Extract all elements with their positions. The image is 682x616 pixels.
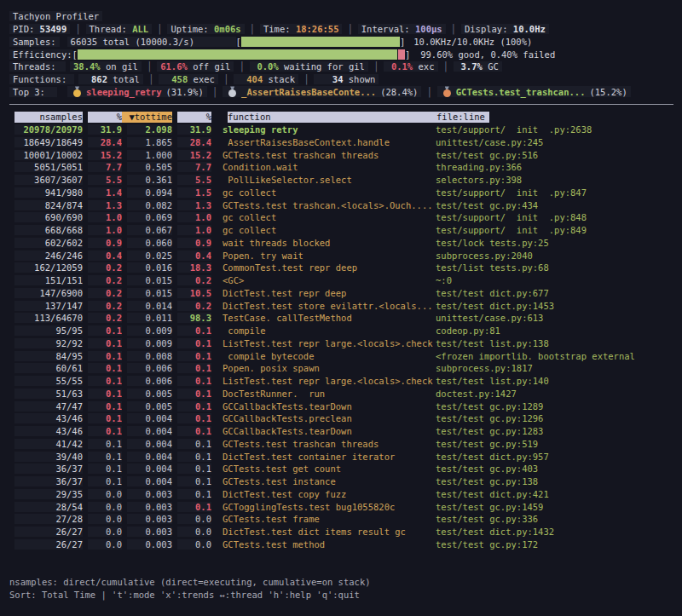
table-row[interactable]: 20978/2097931.92.09831.9sleeping_retryte… — [9, 124, 673, 136]
cell-cumulative-percent: 0.1 — [172, 376, 211, 386]
table-row[interactable]: 10001/1000215.21.00015.2GCTests.test_tra… — [9, 148, 673, 161]
silver-medal-icon — [228, 86, 237, 97]
table-row[interactable]: 36/370.10.0040.1GCTests.test_instancetes… — [9, 475, 673, 488]
column-header-tottime[interactable]: ▼tottime — [122, 112, 172, 123]
cell-nsamples: 29/35 — [9, 489, 83, 499]
cell-file-line: threading.py:366 — [436, 162, 673, 172]
table-row[interactable]: 602/6020.90.0600.9wait_threads_blockedte… — [9, 237, 673, 250]
separator-pipe: │ — [426, 87, 431, 97]
table-header: nsamples%▼tottime%functionfile:line — [9, 111, 673, 124]
table-row[interactable]: 26/270.00.0030.0GCTests.test_methodtest/… — [9, 538, 673, 551]
table-row[interactable]: 18649/1864928.41.86528.4_AssertRaisesBas… — [9, 136, 673, 149]
table-row[interactable]: 162/120590.20.01618.3CommonTest.test_rep… — [9, 262, 673, 274]
cell-cumulative-percent: 0.1 — [172, 489, 211, 499]
table-row[interactable]: 29/350.00.0030.1DictTest.test_copy_fuzzt… — [9, 488, 673, 501]
functions-stats: Functions: 862 total│458 exec│404 stack│… — [9, 73, 673, 86]
table-row[interactable]: 137/1470.20.0140.2DictTest.test_store_ev… — [9, 299, 673, 312]
threads-stat-text: GC — [483, 61, 499, 72]
cell-cumulative-percent: 0.1 — [172, 325, 211, 336]
status-bar: PID: 53499│Thread: ALL│Uptime: 0m06s│Tim… — [9, 23, 673, 36]
status-item-pid: PID: 53499 — [9, 24, 70, 34]
table-row[interactable]: 27/280.00.0030.0GCTests.test_frametest/t… — [9, 513, 673, 526]
separator-pipe: │ — [147, 61, 152, 72]
table-row[interactable]: 36/370.10.0040.1GCTests.test_get_countte… — [9, 463, 673, 475]
cell-function: DictTest.test_store_evilattr.<locals... — [223, 301, 436, 311]
table-row[interactable]: 26/270.00.0030.0DictTest.test_dict_items… — [9, 526, 673, 538]
table-row[interactable]: 28/540.00.0030.1GCTogglingTests.test_bug… — [9, 500, 673, 513]
table-row[interactable]: 147/69000.20.01510.5DictTest.test_repr_d… — [9, 287, 673, 300]
cell-direct-percent: 0.1 — [83, 351, 122, 361]
threads-stat-text: on gil — [101, 61, 138, 72]
cell-function: GCTogglingTests.test_bug1055820c — [223, 502, 436, 512]
cell-file-line: test/test_list.py:140 — [436, 376, 673, 386]
table-row[interactable]: 95/950.10.0090.1_compilecodeop.py:81 — [9, 325, 673, 337]
cell-direct-percent: 0.9 — [83, 238, 122, 248]
cell-direct-percent: 0.1 — [83, 401, 122, 412]
status-value: 53499 — [40, 24, 67, 34]
cell-cumulative-percent: 1.0 — [172, 225, 211, 235]
efficiency-label: Efficiency: — [9, 49, 72, 60]
cell-direct-percent: 0.0 — [83, 489, 122, 499]
cell-nsamples: 36/37 — [9, 463, 83, 474]
table-row[interactable]: 41/420.10.0040.1GCTests.test_trashcan_th… — [9, 438, 673, 451]
cell-tottime: 0.016 — [122, 262, 172, 273]
column-header-nsamples[interactable]: nsamples — [9, 112, 83, 123]
table-row[interactable]: 113/646700.20.01198.3TestCase._callTestM… — [9, 312, 673, 325]
table-row[interactable]: 824/8741.30.0821.3GCTests.test_trashcan.… — [9, 199, 673, 211]
samples-label: Samples: — [9, 37, 60, 47]
cell-tottime: 0.005 — [122, 401, 172, 412]
threads-stat-text: exc — [413, 61, 434, 72]
separator-pipe: │ — [303, 74, 309, 84]
column-header-function[interactable]: function — [223, 112, 436, 123]
threads-stat: 3.7% GC — [454, 61, 502, 72]
table-row[interactable]: 941/9801.40.0941.5gc_collecttest/support… — [9, 187, 673, 199]
cell-direct-percent: 1.3 — [83, 200, 122, 210]
cell-file-line: test/test_dict.py:957 — [436, 452, 673, 462]
cell-function: gc_collect — [223, 212, 436, 222]
functions-stat-text: stack — [263, 74, 295, 84]
table-row[interactable]: 43/460.10.0040.1GCCallbackTests.preclean… — [9, 412, 673, 425]
cell-tottime: 0.006 — [122, 363, 172, 373]
table-row[interactable]: 668/6681.00.0671.0gc_collecttest/support… — [9, 224, 673, 237]
gap — [57, 87, 67, 97]
cell-tottime: 2.098 — [122, 124, 172, 135]
legend-line: nsamples: direct/cumulative (direct=exec… — [9, 576, 673, 589]
samples-bar-fill — [241, 37, 400, 47]
top3-function-name: GCTests.test_trashcan... — [456, 87, 586, 97]
cell-direct-percent: 0.1 — [83, 389, 122, 399]
functions-stat-value: 404 — [237, 74, 263, 84]
table-row[interactable]: 151/1510.20.0150.2<GC>~:0 — [9, 274, 673, 287]
cell-direct-percent: 0.1 — [83, 426, 122, 436]
table-row[interactable]: 3607/36075.50.3615.5_PollLikeSelector.se… — [9, 174, 673, 187]
table-row[interactable]: 92/920.10.0090.1ListTest.test_repr_large… — [9, 337, 673, 350]
table-row[interactable]: 5051/50517.70.5057.7Condition.waitthread… — [9, 161, 673, 174]
cell-file-line: test/test_gc.py:1289 — [436, 401, 673, 412]
cell-tottime: 0.060 — [122, 238, 172, 248]
cell-cumulative-percent: 0.2 — [172, 275, 211, 285]
cell-direct-percent: 0.4 — [83, 250, 122, 261]
cell-tottime: 0.005 — [122, 389, 172, 399]
table-row[interactable]: 39/400.10.0040.1DictTest.test_container_… — [9, 450, 673, 463]
cell-nsamples: 18649/18649 — [9, 137, 83, 147]
cell-nsamples: 5051/5051 — [9, 162, 83, 172]
cell-nsamples: 147/6900 — [9, 288, 83, 298]
table-row[interactable]: 60/610.10.0060.1Popen._posix_spawnsubpro… — [9, 362, 673, 375]
column-header-%[interactable]: % — [172, 112, 211, 123]
cell-tottime: 0.006 — [122, 376, 172, 386]
top3-percentage: (15.2%) — [589, 87, 627, 97]
cell-function: DictTest.test_repr_deep — [223, 288, 436, 298]
cell-file-line: test/test_gc.py:1283 — [436, 426, 673, 436]
table-row[interactable]: 84/950.10.0080.1_compile_bytecode<frozen… — [9, 349, 673, 362]
cell-file-line: test/test_dict.py:677 — [436, 288, 673, 298]
cell-cumulative-percent: 0.1 — [172, 439, 211, 449]
column-header-%[interactable]: % — [83, 112, 122, 123]
column-header-file-line[interactable]: file:line — [436, 112, 673, 123]
table-row[interactable]: 690/6901.00.0691.0gc_collecttest/support… — [9, 211, 673, 224]
cell-nsamples: 824/874 — [9, 200, 83, 210]
table-row[interactable]: 47/470.10.0050.1GCCallbackTests.tearDown… — [9, 400, 673, 412]
separator-pipe: │ — [451, 24, 456, 34]
table-row[interactable]: 55/550.10.0060.1ListTest.test_repr_large… — [9, 375, 673, 388]
table-row[interactable]: 43/460.10.0040.1GCCallbackTests.tearDown… — [9, 425, 673, 438]
table-row[interactable]: 51/630.10.0050.1DocTestRunner.__rundocte… — [9, 388, 673, 400]
table-row[interactable]: 246/2460.40.0250.4Popen._try_waitsubproc… — [9, 249, 673, 262]
